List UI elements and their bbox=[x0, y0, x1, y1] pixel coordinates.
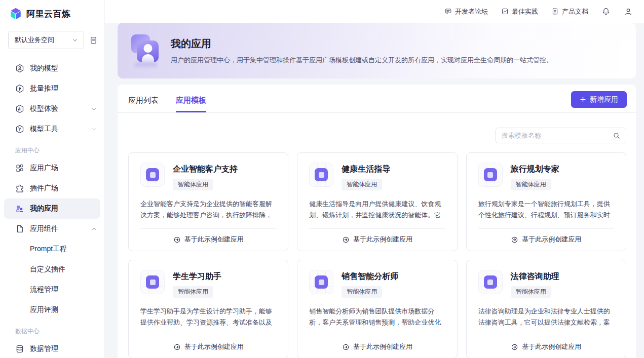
tab-app-templates[interactable]: 应用模板 bbox=[176, 96, 206, 112]
sidebar-item-label: 自定义插件 bbox=[30, 265, 65, 274]
sidebar-item-label: 我的模型 bbox=[30, 64, 97, 73]
circle-arrow-icon bbox=[173, 236, 181, 244]
search-input[interactable] bbox=[502, 132, 603, 139]
create-from-template-link[interactable]: 基于此示例创建应用 bbox=[342, 235, 412, 244]
sidebar-nav: 我的模型 批量推理 模型体验 模型工 bbox=[0, 52, 104, 358]
puzzle-icon bbox=[15, 184, 24, 193]
circle-arrow-icon bbox=[511, 343, 518, 351]
my-apps-hero-icon bbox=[130, 33, 162, 68]
template-card[interactable]: 健康生活指导 智能体应用 健康生活指导是向用户提供健康建议、饮食规划、锻炼计划，… bbox=[297, 152, 457, 251]
forum-icon bbox=[444, 8, 452, 15]
sidebar-item-plugin-marketplace[interactable]: 插件广场 bbox=[0, 178, 104, 198]
workspace-doc-icon[interactable] bbox=[89, 36, 98, 45]
circle-arrow-icon bbox=[511, 236, 518, 244]
search-icon[interactable] bbox=[613, 132, 621, 140]
topbar-link-best-practices[interactable]: 最佳实践 bbox=[501, 7, 538, 16]
app-template-icon bbox=[140, 163, 165, 187]
template-card[interactable]: 学生学习助手 智能体应用 学生学习助手是为学生设计的学习助手，能够提供作业帮助、… bbox=[128, 260, 288, 358]
chevron-down-icon bbox=[71, 36, 79, 44]
product-docs-icon bbox=[551, 8, 559, 15]
sidebar-subitem-prompt-engineering[interactable]: Prompt工程 bbox=[0, 239, 104, 259]
sidebar-section-data-center: 数据中心 bbox=[0, 320, 104, 339]
card-description: 销售智能分析师为销售团队提供市场数据分析，客户关系管理和销售预测，帮助企业优化销… bbox=[309, 306, 445, 328]
template-card[interactable]: 法律咨询助理 智能体应用 法律咨询助理是为企业和法律专业人士提供的法律咨询工具，… bbox=[466, 260, 626, 358]
best-practice-icon bbox=[501, 8, 509, 15]
card-description: 旅行规划专家是一个智能旅行规划工具，提供个性化旅行建议、行程规划、预订服务和实时… bbox=[478, 198, 614, 221]
create-link-label: 基于此示例创建应用 bbox=[522, 342, 581, 351]
plus-icon bbox=[580, 96, 586, 103]
new-app-button-label: 新增应用 bbox=[590, 95, 618, 104]
card-type-badge: 智能体应用 bbox=[173, 286, 213, 298]
sidebar-item-my-models[interactable]: 我的模型 bbox=[0, 58, 104, 78]
grid-icon bbox=[15, 164, 24, 173]
card-description: 法律咨询助理是为企业和法律专业人士提供的法律咨询工具，它可以提供法律文献检索，案… bbox=[478, 306, 614, 328]
sidebar-subitem-flow-management[interactable]: 流程管理 bbox=[0, 280, 104, 300]
workspace-value: 默认业务空间 bbox=[15, 35, 54, 45]
workspace-selector[interactable]: 默认业务空间 bbox=[8, 31, 84, 49]
my-apps-icon bbox=[15, 204, 24, 213]
component-icon bbox=[15, 224, 24, 233]
sidebar-item-label: 批量推理 bbox=[30, 84, 97, 93]
page-description: 用户的应用管理中心，用于集中管理和操作基于应用广场模板创建或自定义开发的所有应用… bbox=[171, 56, 553, 65]
template-card-grid: 企业智能客户支持 智能体应用 企业智能客户支持是为企业提供的智能客服解决方案，能… bbox=[118, 143, 636, 358]
create-from-template-link[interactable]: 基于此示例创建应用 bbox=[511, 235, 581, 244]
card-title: 学生学习助手 bbox=[173, 271, 221, 282]
topbar-link-label: 最佳实践 bbox=[512, 7, 538, 16]
chevron-down-icon bbox=[91, 126, 97, 133]
sidebar-item-data-management[interactable]: 数据管理 bbox=[0, 339, 104, 358]
sidebar-item-model-playground[interactable]: 模型体验 bbox=[0, 99, 104, 119]
sidebar-item-label: 模型工具 bbox=[30, 125, 91, 134]
template-card[interactable]: 旅行规划专家 智能体应用 旅行规划专家是一个智能旅行规划工具，提供个性化旅行建议… bbox=[466, 152, 626, 251]
template-card[interactable]: 销售智能分析师 智能体应用 销售智能分析师为销售团队提供市场数据分析，客户关系管… bbox=[297, 260, 457, 358]
create-from-template-link[interactable]: 基于此示例创建应用 bbox=[173, 342, 244, 351]
sidebar-item-my-apps[interactable]: 我的应用 bbox=[4, 198, 100, 219]
sidebar-item-model-tools[interactable]: 模型工具 bbox=[0, 119, 104, 139]
card-type-badge: 智能体应用 bbox=[511, 286, 551, 298]
sidebar-item-app-marketplace[interactable]: 应用广场 bbox=[0, 158, 104, 178]
create-from-template-link[interactable]: 基于此示例创建应用 bbox=[511, 342, 581, 351]
new-app-button[interactable]: 新增应用 bbox=[571, 91, 627, 108]
template-search bbox=[496, 128, 626, 143]
template-toolbar bbox=[118, 113, 636, 143]
hexagon-user-icon bbox=[15, 64, 24, 73]
card-type-badge: 智能体应用 bbox=[173, 179, 213, 190]
topbar-link-product-docs[interactable]: 产品文档 bbox=[551, 7, 588, 16]
app-template-icon bbox=[478, 270, 503, 294]
tab-bar: 应用列表 应用模板 新增应用 bbox=[118, 85, 636, 113]
brand: 阿里云百炼 bbox=[0, 0, 104, 20]
topbar-link-developer-forum[interactable]: 开发者论坛 bbox=[444, 7, 488, 16]
database-icon bbox=[15, 344, 24, 353]
hexagon-bolt-icon bbox=[15, 84, 24, 93]
chevron-up-icon bbox=[91, 226, 97, 232]
template-card[interactable]: 企业智能客户支持 智能体应用 企业智能客户支持是为企业提供的智能客服解决方案，能… bbox=[128, 152, 288, 251]
create-from-template-link[interactable]: 基于此示例创建应用 bbox=[173, 235, 244, 244]
card-title: 健康生活指导 bbox=[342, 164, 390, 175]
hexagon-chart-icon bbox=[15, 104, 24, 113]
app-template-icon bbox=[309, 270, 333, 294]
create-link-label: 基于此示例创建应用 bbox=[184, 342, 244, 351]
sidebar-item-app-components[interactable]: 应用组件 bbox=[0, 219, 104, 239]
card-description: 健康生活指导是向用户提供健康建议、饮食规划、锻炼计划，并监控健康状况的智能体。它… bbox=[309, 198, 445, 221]
sidebar-item-label: 应用广场 bbox=[30, 164, 97, 173]
sidebar-item-batch-inference[interactable]: 批量推理 bbox=[0, 78, 104, 99]
card-type-badge: 智能体应用 bbox=[342, 179, 382, 190]
bailian-app: 阿里云百炼 默认业务空间 我的模型 bbox=[0, 0, 644, 358]
topbar: 开发者论坛 最佳实践 产品文档 bbox=[105, 0, 644, 23]
sidebar-item-label: 插件广场 bbox=[30, 184, 97, 193]
card-title: 企业智能客户支持 bbox=[173, 164, 238, 175]
topbar-link-label: 产品文档 bbox=[562, 7, 588, 16]
user-icon[interactable] bbox=[624, 7, 633, 16]
create-from-template-link[interactable]: 基于此示例创建应用 bbox=[342, 342, 412, 351]
sidebar-item-label: 我的应用 bbox=[30, 204, 93, 213]
sidebar-item-label: 应用评测 bbox=[30, 305, 58, 314]
sidebar-item-label: 数据管理 bbox=[30, 344, 97, 353]
content-panel: 应用列表 应用模板 新增应用 bbox=[118, 85, 636, 358]
sidebar-subitem-custom-plugins[interactable]: 自定义插件 bbox=[0, 259, 104, 280]
sidebar-section-app-center: 应用中心 bbox=[0, 139, 104, 158]
card-type-badge: 智能体应用 bbox=[342, 286, 382, 298]
topbar-link-label: 开发者论坛 bbox=[455, 7, 488, 16]
bell-icon[interactable] bbox=[601, 7, 611, 16]
card-title: 法律咨询助理 bbox=[511, 271, 559, 282]
tab-app-list[interactable]: 应用列表 bbox=[128, 96, 159, 112]
sidebar-subitem-app-evaluation[interactable]: 应用评测 bbox=[0, 300, 104, 320]
